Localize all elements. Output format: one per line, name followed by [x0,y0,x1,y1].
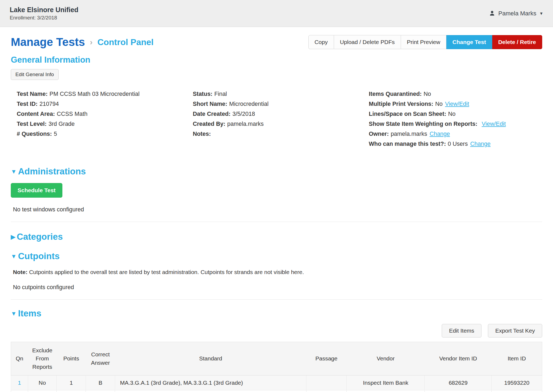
print-preview-button[interactable]: Print Preview [401,35,447,49]
info-label: Test ID: [17,101,38,107]
cell-answer: D [86,390,115,392]
title-row: Manage Tests › Control Panel Copy Upload… [11,35,542,49]
info-link-view-edit[interactable]: View/Edit [482,121,506,127]
info-field: Lines/Space on Scan Sheet:No [369,109,542,119]
column-header-exclude-from-reports: Exclude From Reports [28,342,56,376]
cell-passage [306,376,346,390]
info-value: No [424,91,431,97]
info-value: CCSS Math [57,111,87,117]
info-value: Final [214,91,227,97]
page: Lake Elsinore Unified Enrollment: 3/2/20… [0,0,553,392]
column-header-correct-answer: Correct Answer [86,342,115,376]
section-divider [11,222,542,222]
delete-retire-button[interactable]: Delete / Retire [492,35,542,49]
info-label: Short Name: [193,101,227,107]
info-label: Who can manage this test?: [369,141,446,147]
cell-qn: 2 [11,390,28,392]
items-header[interactable]: ▼ Items [11,308,542,319]
info-link-change[interactable]: Change [430,131,450,137]
general-info-column-3: Items Quarantined:NoMultiple Print Versi… [369,89,542,149]
info-label: Status: [193,91,213,97]
items-heading-label: Items [18,308,41,319]
administrations-heading-label: Administrations [18,166,86,177]
categories-section: ▶ Categories [11,232,542,242]
cell-qn: 1 [11,376,28,390]
administrations-section: ▼ Administrations Schedule Test No test … [11,166,542,222]
info-value: No [435,101,443,107]
cell-item_id: 19593220 [492,376,542,390]
administrations-header[interactable]: ▼ Administrations [11,166,542,177]
info-field: Multiple Print Versions:NoView/Edit [369,99,542,109]
info-value: No [448,111,456,117]
items-table-body: 1No1BMA.3.G.A.1 (3rd Grade), MA.3.3.G.1 … [11,376,542,392]
cutpoints-section: ▼ Cutpoints Note:Cutpoints applied to th… [11,251,542,300]
question-number-link[interactable]: 1 [18,380,21,386]
table-row: 1No1BMA.3.G.A.1 (3rd Grade), MA.3.3.G.1 … [11,376,542,390]
items-table-head-row: QnExclude From ReportsPointsCorrect Answ… [11,342,542,376]
info-field: Show State Item Weighting on Reports:Vie… [369,119,542,129]
cutpoints-note: Note:Cutpoints applied to the overall te… [11,269,542,275]
info-field: Notes: [193,129,369,139]
info-field: Created By:pamela.marks [193,119,369,129]
cell-points: 1 [57,390,86,392]
upload-delete-pdfs-button[interactable]: Upload / Delete PDFs [334,35,401,49]
district-block: Lake Elsinore Unified Enrollment: 3/2/20… [10,6,78,21]
note-text: Cutpoints applied to the overall test ar… [29,269,304,275]
info-link-view-edit[interactable]: View/Edit [445,101,469,107]
export-test-key-button[interactable]: Export Test Key [488,324,542,337]
column-header-vendor: Vendor [347,342,425,376]
breadcrumb: Manage Tests › Control Panel [11,36,154,49]
info-label: Notes: [193,131,211,137]
test-actions-toolbar: Copy Upload / Delete PDFs Print Preview … [308,35,542,49]
info-field: # Questions:5 [17,129,193,139]
cell-answer: B [86,376,115,390]
info-label: Test Name: [17,91,48,97]
info-label: Lines/Space on Scan Sheet: [369,111,446,117]
user-menu[interactable]: Pamela Marks ▼ [489,10,543,17]
info-link-change[interactable]: Change [470,141,490,147]
info-field: Date Created:3/5/2018 [193,109,369,119]
column-header-item-id: Item ID [492,342,542,376]
info-value: PM CCSS Math 03 Microcredential [49,91,139,97]
info-field: Test Level:3rd Grade [17,119,193,129]
user-icon [489,10,495,17]
edit-general-info-button[interactable]: Edit General Info [11,69,59,80]
general-info-grid: Test Name:PM CCSS Math 03 Microcredentia… [11,89,542,149]
info-label: Owner: [369,131,389,137]
info-field: Who can manage this test?:0 UsersChange [369,139,542,149]
categories-header[interactable]: ▶ Categories [11,232,542,242]
cell-item_id: 19704932 [492,390,542,392]
column-header-standard: Standard [115,342,306,376]
column-header-vendor-item-id: Vendor Item ID [425,342,492,376]
cell-points: 1 [57,376,86,390]
collapse-icon: ▼ [11,254,17,259]
cutpoints-header[interactable]: ▼ Cutpoints [11,251,542,261]
info-field: Content Area:CCSS Math [17,109,193,119]
info-value: 210794 [39,101,59,107]
info-value: 5 [54,131,57,137]
info-label: Show State Item Weighting on Reports: [369,121,477,127]
cell-standard: MA.3.G.A.1 (3rd Grade), MA.3.3.G.1 (3rd … [115,376,306,390]
change-test-button[interactable]: Change Test [446,35,492,49]
schedule-test-button[interactable]: Schedule Test [11,183,62,198]
cell-standard: MA.3.MD.B.3 (3rd Grade), MA.3.3.MD.3 (3r… [115,390,306,392]
column-header-qn: Qn [11,342,28,376]
edit-items-button[interactable]: Edit Items [442,324,481,337]
no-cutpoints-text: No cutpoints configured [11,284,542,291]
cell-passage [306,390,346,392]
items-actions: Edit Items Export Test Key [11,324,542,337]
enrollment-date: Enrollment: 3/2/2018 [10,15,78,21]
main-content: Manage Tests › Control Panel Copy Upload… [0,27,553,392]
column-header-points: Points [57,342,86,376]
user-name: Pamela Marks [498,10,537,17]
cell-vendor: Inspect Item Bank [347,390,425,392]
note-label: Note: [13,269,28,275]
general-information-heading: General Information [11,55,542,65]
column-header-passage: Passage [306,342,346,376]
copy-button[interactable]: Copy [308,35,334,49]
info-label: Items Quarantined: [369,91,422,97]
info-field: Status:Final [193,89,369,99]
manage-tests-link[interactable]: Manage Tests [11,36,85,49]
expand-icon: ▶ [11,234,15,240]
cell-vendor: Inspect Item Bank [347,376,425,390]
